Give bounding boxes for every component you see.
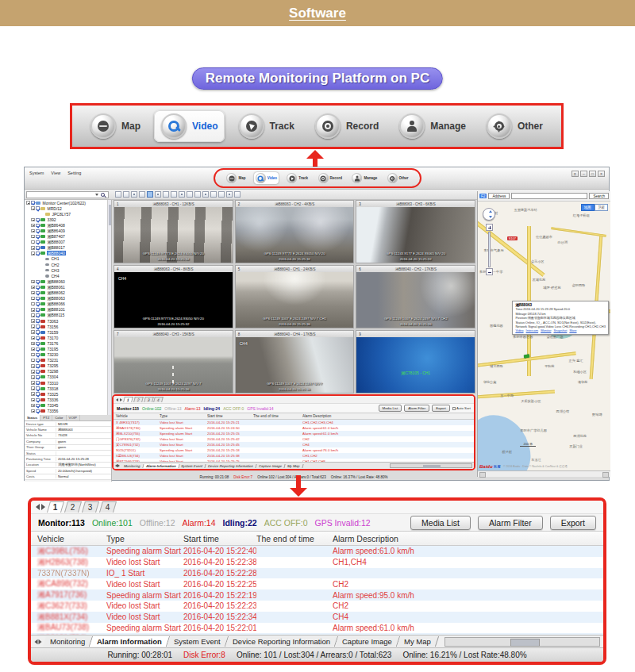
layout-icon[interactable] xyxy=(155,191,161,198)
tree-item[interactable]: Monitor Center(102/622) xyxy=(25,200,107,205)
video-frame[interactable]: GPS:11249.1007 E,2624.2497 N/V:7 2016-04… xyxy=(114,337,233,393)
page-next-icon[interactable] xyxy=(41,504,45,510)
expand-icon[interactable] xyxy=(31,398,35,402)
page-tab[interactable]: 2 xyxy=(64,501,82,513)
checkbox-icon[interactable] xyxy=(36,375,40,379)
map-type-button[interactable]: 卫星 xyxy=(595,204,608,211)
tree-item[interactable]: 湘B88061 xyxy=(25,284,107,290)
tree-item[interactable]: 湘B88066 xyxy=(25,301,107,307)
page-tab[interactable]: 4 xyxy=(99,501,117,513)
bottom-tab[interactable]: Alarm Information xyxy=(143,464,179,468)
tree-item[interactable]: 湘B88062 xyxy=(25,290,107,296)
layout-icon[interactable] xyxy=(187,191,193,198)
page-tab[interactable]: 3 xyxy=(82,501,99,513)
video-frame[interactable]: GPS:11249.97773 E,2624.93050 N/V:20 2016… xyxy=(114,207,233,263)
props-tab[interactable]: VOIP xyxy=(67,415,80,420)
page-tab[interactable]: 1 xyxy=(47,501,64,513)
zoom-out-button[interactable] xyxy=(486,268,493,275)
video-cell[interactable]: 5 湘B88040 - CH1 - 24KB/S GPS:11249.1007 … xyxy=(235,265,355,328)
checkbox-icon[interactable] xyxy=(36,235,40,239)
map-horizontal-scrollbar[interactable] xyxy=(478,470,610,477)
address-button[interactable]: Address xyxy=(488,193,510,199)
checkbox-icon[interactable] xyxy=(36,370,40,374)
expand-icon[interactable] xyxy=(31,229,35,233)
expand-icon[interactable] xyxy=(31,404,35,408)
alarm-action-button[interactable]: Export xyxy=(432,405,449,412)
alarm-action-button[interactable]: Alarm Filter xyxy=(478,516,543,530)
video-frame[interactable]: CH4 GPS:11249.1007 E,2624.2497 N/V:7 201… xyxy=(236,337,354,393)
expand-icon[interactable] xyxy=(31,280,35,284)
tree-item[interactable]: 73298 xyxy=(25,369,107,374)
video-cell[interactable]: 3 湘B88063 - CH3 - 6KB/S GPS:11243.9177 E… xyxy=(356,200,475,263)
checkbox-icon[interactable] xyxy=(36,302,40,306)
horizontal-scrollbar[interactable] xyxy=(444,637,600,647)
map-canvas[interactable]: S107 小港子村五里牌新汽车站红海子桥组白沙洲佳佳惠超市耒阳市气象局金马小区耒… xyxy=(478,202,610,470)
tabs-next-icon[interactable] xyxy=(117,464,120,467)
video-frame[interactable]: GPS:11249.1007 E,2624.2497 N/V:7 CH1 201… xyxy=(236,272,354,328)
table-row[interactable]: 湘CA898(732) Video lost Start 2016-04-20 … xyxy=(31,578,603,589)
tree-item[interactable]: 湘B88017 xyxy=(25,245,107,251)
checkbox-icon[interactable] xyxy=(36,229,40,233)
window-control-button[interactable]: × xyxy=(598,171,605,177)
checkbox-icon[interactable] xyxy=(36,280,40,284)
checkbox-icon[interactable] xyxy=(36,218,40,222)
expand-icon[interactable] xyxy=(31,392,35,396)
toolbar-button[interactable]: Video xyxy=(154,110,225,142)
video-frame[interactable]: CH4 GPS:11249.97773 E,2624.93050 N/V:20 … xyxy=(114,272,233,328)
checkbox-icon[interactable] xyxy=(36,409,40,413)
address-input[interactable] xyxy=(511,193,587,199)
layout-icon[interactable] xyxy=(171,191,177,198)
checkbox-icon[interactable] xyxy=(36,224,40,228)
tree-item[interactable]: 73318 xyxy=(25,386,107,391)
tree-item[interactable]: 73325 xyxy=(25,391,107,397)
table-row[interactable]: 簧C78901(732) Video lost Start 2016-04-20… xyxy=(114,442,474,447)
layout-icon[interactable] xyxy=(202,191,209,198)
page-prev-icon[interactable] xyxy=(116,398,118,401)
bottom-tab[interactable]: Capture Image xyxy=(256,464,286,468)
expand-icon[interactable] xyxy=(31,297,35,301)
alarm-action-button[interactable]: Alarm Filter xyxy=(404,405,429,412)
table-row[interactable]: 湘C39BL(755) Speeding alarm Start 2016-04… xyxy=(31,546,603,557)
app-toolbar-button[interactable]: Video xyxy=(254,172,279,184)
menu-item[interactable]: View xyxy=(51,171,60,175)
video-cell[interactable]: 2 湘B88063 - CH2 - 4KB/S GPS:11249.97773 … xyxy=(235,200,355,263)
tree-item[interactable]: 73231 xyxy=(25,358,107,363)
expand-icon[interactable] xyxy=(31,206,35,210)
checkbox-icon[interactable] xyxy=(36,291,40,295)
table-row[interactable]: 湘BAX173(730) Speeding alarm Start 2016-0… xyxy=(114,425,474,431)
expand-icon[interactable] xyxy=(31,370,35,374)
expand-icon[interactable] xyxy=(31,342,35,346)
video-cell[interactable]: 8 湘B88040 - CH4 - 17KB/S CH4 GPS:11249.1… xyxy=(235,330,355,394)
expand-icon[interactable] xyxy=(31,252,35,255)
search-button[interactable]: Search xyxy=(589,193,609,199)
expand-icon[interactable] xyxy=(31,359,35,363)
checkbox-icon[interactable] xyxy=(36,252,40,255)
props-tab[interactable]: PTZ xyxy=(40,415,52,420)
tree-item[interactable]: 73295 xyxy=(25,363,107,369)
tree-item[interactable]: CH3 xyxy=(25,267,107,273)
expand-icon[interactable] xyxy=(31,235,35,239)
checkbox-icon[interactable] xyxy=(36,386,40,390)
page-prev-icon[interactable] xyxy=(36,504,40,510)
bottom-tab[interactable]: System Event xyxy=(179,464,206,468)
tree-item[interactable]: 73304 xyxy=(25,374,107,380)
expand-icon[interactable] xyxy=(31,240,35,244)
zoom-in-button[interactable] xyxy=(486,224,493,231)
expand-icon[interactable] xyxy=(31,381,35,385)
video-frame[interactable]: 湘C78105 - CH1 xyxy=(356,337,475,393)
expand-icon[interactable] xyxy=(31,246,35,250)
table-row[interactable]: X 48R31(7317) Video lost Start 2016-04-2… xyxy=(114,420,474,425)
tree-item[interactable]: 湘B87407 xyxy=(25,234,107,240)
bottom-tab[interactable]: System Event xyxy=(167,636,229,647)
expand-icon[interactable] xyxy=(31,308,35,312)
checkbox-icon[interactable] xyxy=(36,313,40,317)
checkbox-icon[interactable] xyxy=(36,297,40,301)
checkbox-icon[interactable] xyxy=(36,404,40,408)
tabs-prev-icon[interactable] xyxy=(35,639,38,643)
map-type-button[interactable]: 地图 xyxy=(581,204,595,211)
layout-icon[interactable] xyxy=(194,191,201,198)
expand-icon[interactable] xyxy=(31,218,35,222)
bottom-tab[interactable]: Monitoring xyxy=(43,636,94,647)
toolbar-button[interactable]: Manage xyxy=(392,110,473,142)
auto-sort-toggle[interactable]: Auto Sort xyxy=(452,406,471,410)
